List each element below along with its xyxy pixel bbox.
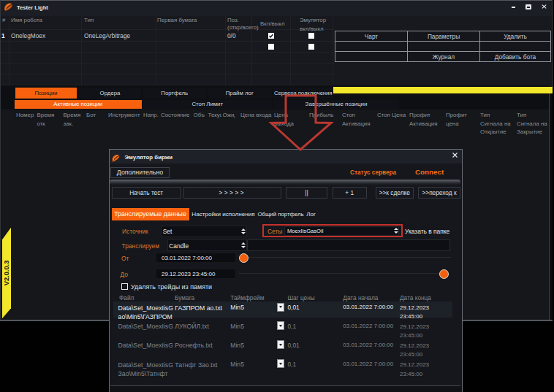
svg-text:V2.0.0.3: V2.0.0.3 <box>3 261 10 286</box>
